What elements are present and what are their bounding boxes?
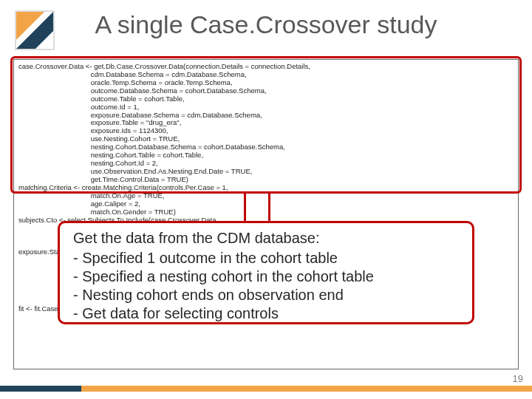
page-number: 19 (513, 373, 523, 384)
highlight-frame (10, 56, 522, 194)
callout-bullet: - Get data for selecting controls (73, 304, 459, 323)
callout-bullet: - Specified a nesting cohort in the coho… (73, 267, 459, 286)
footer-accent-dark (0, 386, 81, 392)
callout-lead: Get the data from the CDM database: (73, 229, 459, 248)
footer-bar (0, 386, 532, 392)
slide: A single Case.Crossover study case.Cross… (0, 0, 532, 399)
callout-bullet: - Nesting cohort ends on observation end (73, 286, 459, 304)
footer-accent-orange (81, 386, 532, 392)
slide-title: A single Case.Crossover study (0, 10, 532, 39)
callout-box: Get the data from the CDM database: - Sp… (58, 221, 474, 324)
callout-bullet: - Specified 1 outcome in the cohort tabl… (73, 249, 459, 267)
